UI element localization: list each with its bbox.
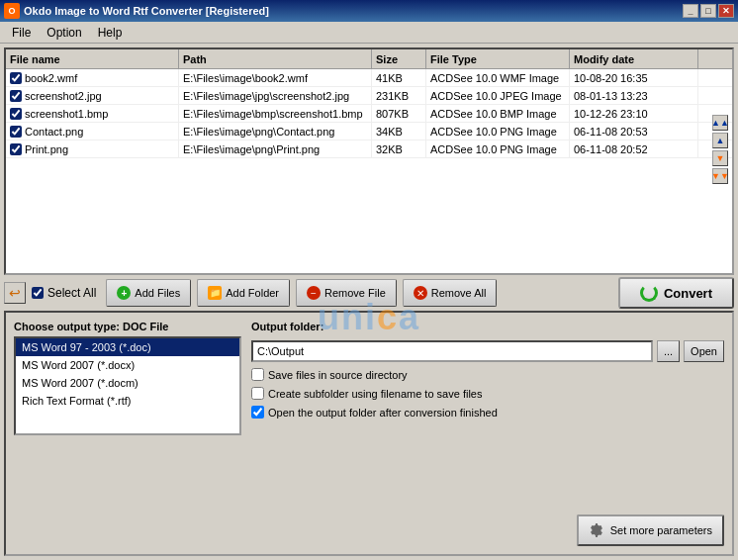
cell-path-0: E:\Files\image\book2.wmf — [179, 69, 372, 86]
set-params-button[interactable]: Set more parameters — [577, 514, 724, 546]
window-title: Okdo Image to Word Rtf Converter [Regist… — [24, 5, 269, 17]
browse-button[interactable]: ... — [657, 340, 680, 362]
convert-button[interactable]: Convert — [618, 277, 734, 309]
open-after-checkbox[interactable] — [251, 406, 264, 419]
cell-size-4: 32KB — [372, 140, 426, 157]
save-in-source-label: Save files in source directory — [268, 369, 408, 381]
output-folder-section: Output folder: ... Open Save files in so… — [251, 321, 724, 546]
add-files-label: Add Files — [135, 287, 180, 299]
minimize-button[interactable]: _ — [683, 4, 698, 18]
remove-all-label: Remove All — [431, 287, 487, 299]
menu-help[interactable]: Help — [90, 24, 131, 42]
close-button[interactable]: ✕ — [718, 4, 734, 18]
open-after-label: Open the output folder after conversion … — [268, 407, 498, 419]
scroll-buttons: ▲▲ ▲ ▼ ▼▼ — [712, 115, 728, 184]
table-row[interactable]: screenshot1.bmp E:\Files\image\bmp\scree… — [6, 105, 732, 123]
table-row[interactable]: Contact.png E:\Files\image\png\Contact.p… — [6, 123, 732, 140]
table-row[interactable]: book2.wmf E:\Files\image\book2.wmf 41KB … — [6, 69, 732, 87]
row-checkbox-1[interactable] — [10, 90, 22, 102]
row-checkbox-3[interactable] — [10, 126, 22, 138]
cell-date-1: 08-01-13 13:23 — [570, 87, 698, 104]
window-controls: _ □ ✕ — [683, 4, 734, 18]
folder-row: ... Open — [251, 340, 724, 362]
header-filename: File name — [6, 49, 179, 68]
file-table-container: File name Path Size File Type Modify dat… — [4, 47, 734, 275]
cell-size-2: 807KB — [372, 105, 426, 122]
file-table-header: File name Path Size File Type Modify dat… — [6, 49, 732, 69]
scroll-up-button[interactable]: ▲ — [712, 133, 728, 148]
bottom-section: Choose output type: DOC File MS Word 97 … — [4, 311, 734, 556]
output-type-section: Choose output type: DOC File MS Word 97 … — [14, 321, 241, 546]
maximize-button[interactable]: □ — [700, 4, 716, 18]
add-folder-icon: 📁 — [208, 286, 222, 300]
remove-all-button[interactable]: ✕ Remove All — [403, 279, 498, 307]
select-all-area: Select All — [32, 286, 96, 300]
toolbar-row: ↩ Select All + Add Files 📁 Add Folder − … — [4, 275, 734, 311]
scroll-down-button[interactable]: ▼ — [712, 150, 728, 166]
menu-file[interactable]: File — [4, 24, 39, 42]
cell-name-1: screenshot2.jpg — [6, 87, 179, 104]
remove-file-button[interactable]: − Remove File — [296, 279, 397, 307]
cell-date-3: 06-11-08 20:53 — [570, 123, 698, 140]
output-type-item-2[interactable]: MS Word 2007 (*.docm) — [16, 374, 239, 392]
cell-name-2: screenshot1.bmp — [6, 105, 179, 122]
header-modifydate: Modify date — [570, 49, 698, 68]
output-type-label: Choose output type: DOC File — [14, 321, 241, 332]
open-after-row: Open the output folder after conversion … — [251, 406, 724, 419]
table-row[interactable]: screenshot2.jpg E:\Files\image\jpg\scree… — [6, 87, 732, 105]
output-type-item-1[interactable]: MS Word 2007 (*.docx) — [16, 356, 239, 374]
app-icon: O — [4, 3, 20, 19]
output-type-list: MS Word 97 - 2003 (*.doc) MS Word 2007 (… — [14, 336, 241, 435]
save-in-source-checkbox[interactable] — [251, 368, 264, 381]
scroll-bottom-button[interactable]: ▼▼ — [712, 168, 728, 184]
cell-name-4: Print.png — [6, 140, 179, 157]
set-params-label: Set more parameters — [610, 524, 712, 536]
header-filetype: File Type — [426, 49, 570, 68]
cell-size-1: 231KB — [372, 87, 426, 104]
cell-path-1: E:\Files\image\jpg\screenshot2.jpg — [179, 87, 372, 104]
open-folder-button[interactable]: Open — [684, 340, 724, 362]
cell-date-0: 10-08-20 16:35 — [570, 69, 698, 86]
save-in-source-row: Save files in source directory — [251, 368, 724, 381]
create-subfolder-checkbox[interactable] — [251, 387, 264, 400]
title-bar-text: O Okdo Image to Word Rtf Converter [Regi… — [4, 3, 269, 19]
cell-type-4: ACDSee 10.0 PNG Image — [426, 140, 570, 157]
cell-path-4: E:\Files\image\png\Print.png — [179, 140, 372, 157]
remove-all-icon: ✕ — [414, 286, 427, 300]
header-size: Size — [372, 49, 426, 68]
row-checkbox-2[interactable] — [10, 108, 22, 120]
select-all-checkbox[interactable] — [32, 287, 44, 299]
add-files-button[interactable]: + Add Files — [106, 279, 191, 307]
remove-file-icon: − — [307, 286, 321, 300]
menu-bar: File Option Help — [0, 22, 738, 44]
cell-type-1: ACDSee 10.0 JPEG Image — [426, 87, 570, 104]
row-checkbox-0[interactable] — [10, 72, 22, 84]
cell-path-3: E:\Files\image\png\Contact.png — [179, 123, 372, 140]
cell-type-0: ACDSee 10.0 WMF Image — [426, 69, 570, 86]
header-path: Path — [179, 49, 372, 68]
scroll-top-button[interactable]: ▲▲ — [712, 115, 728, 131]
cell-name-0: book2.wmf — [6, 69, 179, 86]
cell-size-3: 34KB — [372, 123, 426, 140]
gear-icon — [589, 522, 604, 538]
table-row[interactable]: Print.png E:\Files\image\png\Print.png 3… — [6, 140, 732, 158]
remove-file-label: Remove File — [324, 287, 386, 299]
cell-date-4: 06-11-08 20:52 — [570, 140, 698, 157]
add-folder-button[interactable]: 📁 Add Folder — [197, 279, 290, 307]
menu-option[interactable]: Option — [39, 24, 89, 42]
folder-path-input[interactable] — [251, 340, 653, 362]
convert-label: Convert — [664, 286, 712, 301]
cell-date-2: 10-12-26 23:10 — [570, 105, 698, 122]
title-bar: O Okdo Image to Word Rtf Converter [Regi… — [0, 0, 738, 22]
cell-size-0: 41KB — [372, 69, 426, 86]
select-all-label: Select All — [47, 286, 96, 300]
back-button[interactable]: ↩ — [4, 282, 26, 304]
convert-icon — [640, 284, 658, 302]
cell-name-3: Contact.png — [6, 123, 179, 140]
output-type-item-0[interactable]: MS Word 97 - 2003 (*.doc) — [16, 338, 239, 356]
row-checkbox-4[interactable] — [10, 143, 22, 155]
create-subfolder-row: Create subfolder using filename to save … — [251, 387, 724, 400]
file-table-body: book2.wmf E:\Files\image\book2.wmf 41KB … — [6, 69, 732, 273]
main-content: File name Path Size File Type Modify dat… — [0, 44, 738, 560]
output-type-item-3[interactable]: Rich Text Format (*.rtf) — [16, 392, 239, 410]
